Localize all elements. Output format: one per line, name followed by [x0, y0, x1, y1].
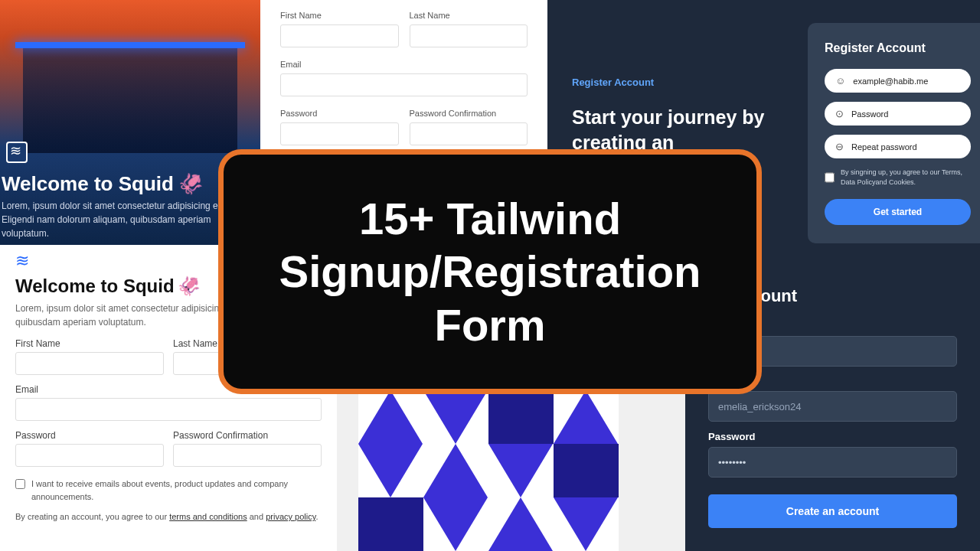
password-confirm-label: Password Confirmation — [173, 430, 322, 441]
squid-icon: 🦑 — [178, 276, 201, 296]
email-input[interactable] — [280, 73, 528, 96]
agree-text: By singning up, you agree to our Terms, … — [841, 168, 971, 187]
password-confirm-input[interactable] — [173, 444, 322, 467]
create-account-button[interactable]: Create an account — [708, 494, 957, 528]
hero-subtitle: Lorem, ipsum dolor sit amet consectetur … — [2, 199, 231, 240]
first-name-label: First Name — [280, 11, 399, 20]
email-label: Email — [280, 60, 528, 69]
username-input[interactable] — [708, 391, 957, 422]
privacy-link[interactable]: privacy policy — [266, 512, 315, 521]
register-title: Register Account — [825, 41, 971, 55]
lock-icon: ⊖ — [835, 141, 844, 152]
password-label: Password — [708, 431, 957, 442]
password-input[interactable] — [708, 447, 957, 478]
password-input[interactable]: ⊙Password — [825, 102, 971, 126]
first-name-input[interactable] — [15, 352, 164, 375]
marketing-checkbox[interactable] — [15, 479, 25, 489]
first-name-input[interactable] — [280, 24, 399, 47]
register-label: Register Account — [572, 77, 791, 88]
terms-text: By creating an account, you agree to our… — [15, 512, 322, 521]
lock-icon: ⊙ — [835, 108, 844, 119]
neon-strip — [15, 42, 245, 48]
last-name-input[interactable] — [410, 24, 528, 47]
main-title: 15+ Tailwind Signup/Registration Form — [224, 192, 756, 352]
card-register: Register Account ☺example@habib.me ⊙Pass… — [808, 0, 980, 276]
title-badge: 15+ Tailwind Signup/Registration Form — [218, 149, 762, 394]
last-name-label: Last Name — [410, 11, 528, 20]
journey-heading: Start your journey by creating an — [572, 105, 791, 155]
repeat-password-input[interactable]: ⊖Repeat password — [825, 135, 971, 158]
get-started-button[interactable]: Get started — [825, 199, 971, 225]
marketing-label: I want to receive emails about events, p… — [31, 478, 322, 503]
password-confirm-label: Password Confirmation — [410, 109, 528, 118]
hero-title: Welcome to Squid🦑 — [2, 172, 203, 196]
user-icon: ☺ — [835, 75, 845, 86]
email-input[interactable]: ☺example@habib.me — [825, 69, 971, 93]
squid-icon: 🦑 — [178, 172, 203, 195]
password-label: Password — [280, 109, 399, 118]
email-input[interactable] — [15, 398, 322, 421]
terms-link[interactable]: terms and conditions — [169, 512, 247, 521]
password-label: Password — [15, 430, 164, 441]
wave-icon — [6, 142, 28, 163]
password-confirm-input[interactable] — [410, 122, 528, 145]
password-input[interactable] — [15, 444, 164, 467]
geometric-pattern — [358, 390, 619, 551]
first-name-label: First Name — [15, 338, 164, 349]
password-input[interactable] — [280, 122, 399, 145]
agree-checkbox[interactable] — [825, 168, 835, 187]
